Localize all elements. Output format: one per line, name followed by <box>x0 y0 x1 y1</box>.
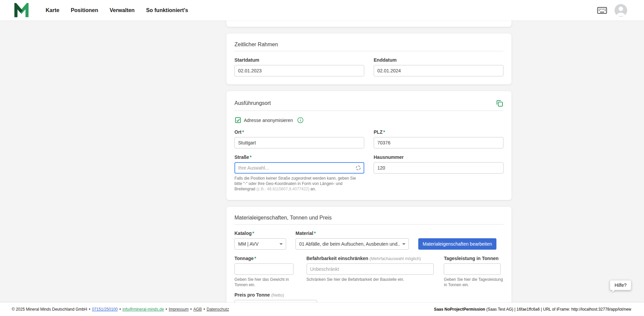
footer-left: © 2025 Mineral Minds Deutschland GmbH•07… <box>12 307 229 312</box>
card-title: Zeitlicher Rahmen <box>234 42 503 48</box>
footer: © 2025 Mineral Minds Deutschland GmbH•07… <box>0 303 644 316</box>
material-select[interactable]: 01 Abfälle, die beim Aufsuchen, Ausbeute… <box>296 238 409 250</box>
footer-saas-details: (Saas Test AG) | 16fae1ffc6a6 | URL of i… <box>485 307 631 312</box>
material-field: Material* 01 Abfälle, die beim Aufsuchen… <box>296 231 409 250</box>
nav-item-positionen[interactable]: Positionen <box>71 7 98 13</box>
card-materialeigenschaften: Materialeigenschaften, Tonnen und Preis … <box>226 207 512 303</box>
anonymisieren-label: Adresse anonymisieren <box>244 118 293 123</box>
tonnage-hint: Geben Sie hier das Gewicht in Tonnen ein… <box>234 277 297 288</box>
card-ausfuehrungsort: Ausführungsort Adresse anonymisieren <box>226 91 512 200</box>
katalog-field: Katalog* MM | AVV <box>234 231 286 250</box>
keyboard-icon[interactable] <box>597 7 607 14</box>
strasse-field: Straße* Falls die Position keiner Straße… <box>234 154 364 192</box>
help-button[interactable]: Hilfe? <box>610 280 631 290</box>
preis-label: Preis pro Tonne <box>234 292 270 298</box>
befahrbarkeit-hint: Schränken Sie hier die Befahrbarkeit der… <box>307 277 434 282</box>
logo-m-icon <box>14 3 29 18</box>
tagesleistung-label: Tagesleistung in Tonnen <box>444 256 498 261</box>
loading-spinner-icon <box>356 166 361 170</box>
preis-input[interactable] <box>234 300 317 303</box>
divider <box>234 51 503 51</box>
enddatum-field: Enddatum <box>374 57 503 76</box>
tagesleistung-field: Tagesleistung in Tonnen Geben Sie hier d… <box>444 256 503 288</box>
check-icon <box>236 118 240 122</box>
card-title: Materialeigenschaften, Tonnen und Preis <box>234 215 503 221</box>
required-mark: * <box>242 129 244 135</box>
befahrbarkeit-field: Befahrbarkeit einschränken (Mehrfachausw… <box>307 256 434 282</box>
card-zeitlicher-rahmen: Zeitlicher Rahmen Startdatum Enddatum <box>226 34 512 84</box>
hausnummer-field: Hausnummer <box>374 154 503 192</box>
material-label: Material <box>296 231 313 236</box>
copy-icon[interactable] <box>495 99 503 107</box>
materialeigenschaften-bearbeiten-button[interactable]: Materialeigenschaften bearbeiten <box>418 238 496 250</box>
katalog-label: Katalog <box>234 231 252 236</box>
required-mark: * <box>254 256 256 261</box>
nav-item-karte[interactable]: Karte <box>46 7 59 13</box>
footer-phone-link[interactable]: 07151/250100 <box>92 307 118 312</box>
footer-agb-link[interactable]: AGB <box>193 307 202 312</box>
main-nav: Karte Positionen Verwalten So funktionie… <box>46 7 188 13</box>
plz-input[interactable] <box>374 137 503 148</box>
chevron-down-icon <box>279 243 283 245</box>
footer-saas-name: Saas NoProjectPermission <box>434 307 485 312</box>
nav-item-verwalten[interactable]: Verwalten <box>110 7 135 13</box>
chevron-down-icon <box>402 243 406 245</box>
plz-field: PLZ* <box>374 129 503 148</box>
footer-impressum-link[interactable]: Impressum <box>169 307 189 312</box>
strasse-label: Straße <box>234 154 249 160</box>
tagesleistung-hint: Geben Sie hier die Tagesleistung in Tonn… <box>444 277 503 288</box>
anonymisieren-checkbox[interactable] <box>235 117 241 123</box>
befahrbarkeit-input[interactable] <box>307 263 434 275</box>
strasse-hint: Falls die Position keiner Straße zugeord… <box>234 176 358 192</box>
footer-copyright: © 2025 Mineral Minds Deutschland GmbH <box>12 307 87 312</box>
footer-email-link[interactable]: info@mineral-minds.de <box>122 307 164 312</box>
tonnage-label: Tonnage <box>234 256 254 261</box>
divider <box>234 224 503 225</box>
divider <box>234 111 503 111</box>
hausnummer-label: Hausnummer <box>374 154 404 160</box>
footer-datenschutz-link[interactable]: Datenschutz <box>207 307 229 312</box>
preis-field: Preis pro Tonne (Netto) <box>234 292 503 303</box>
hausnummer-input[interactable] <box>374 162 503 174</box>
startdatum-label: Startdatum <box>234 57 259 63</box>
befahrbarkeit-label: Befahrbarkeit einschränken <box>307 256 368 261</box>
preis-label-suffix: (Netto) <box>271 293 284 298</box>
startdatum-field: Startdatum <box>234 57 364 76</box>
tagesleistung-input[interactable] <box>444 263 501 275</box>
ort-field: Ort* <box>234 129 364 148</box>
required-mark: * <box>250 154 252 160</box>
mineral-minds-logo[interactable] <box>14 3 29 18</box>
user-avatar[interactable] <box>614 4 627 17</box>
required-mark: * <box>252 231 254 236</box>
tonnage-input[interactable] <box>234 263 293 275</box>
enddatum-label: Enddatum <box>374 57 396 63</box>
card-title: Ausführungsort <box>234 100 271 106</box>
strasse-input[interactable] <box>234 162 364 174</box>
enddatum-input[interactable] <box>374 65 503 76</box>
ort-input[interactable] <box>234 137 364 148</box>
anonymisieren-row: Adresse anonymisieren <box>235 117 503 123</box>
info-icon[interactable] <box>297 117 304 123</box>
page-content: Zeitlicher Rahmen Startdatum Enddatum Au… <box>0 20 644 303</box>
required-mark: * <box>383 129 385 135</box>
topbar-right <box>597 4 627 17</box>
startdatum-input[interactable] <box>234 65 364 76</box>
footer-session-info: Saas NoProjectPermission (Saas Test AG) … <box>434 307 631 312</box>
ort-label: Ort <box>234 129 241 135</box>
nav-item-so-funktionierts[interactable]: So funktioniert's <box>146 7 188 13</box>
befahrbarkeit-label-suffix: (Mehrfachauswahl möglich) <box>370 256 421 261</box>
tonnage-field: Tonnage* Geben Sie hier das Gewicht in T… <box>234 256 297 288</box>
katalog-select[interactable]: MM | AVV <box>234 238 286 250</box>
top-navbar: Karte Positionen Verwalten So funktionie… <box>0 0 644 20</box>
plz-label: PLZ <box>374 129 382 135</box>
previous-card-partial <box>226 20 512 27</box>
required-mark: * <box>314 231 316 236</box>
